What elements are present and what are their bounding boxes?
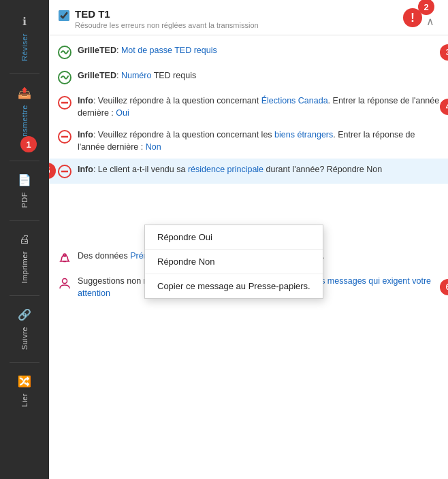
green-circle-icon-1 bbox=[57, 45, 72, 60]
imprimer-icon: 🖨 bbox=[19, 233, 30, 246]
red-minus-icon-3 bbox=[57, 95, 72, 110]
non-response: Non bbox=[146, 142, 161, 152]
context-menu-repondre-oui[interactable]: Répondre Oui bbox=[145, 225, 323, 250]
message-text-5: Info: Le client a-t-il vendu sa résidenc… bbox=[78, 163, 440, 176]
sidebar: ℹ Réviser 📤 Transmettre 📄 PDF 🖨 Imprimer… bbox=[0, 0, 49, 479]
message-text-1: GrilleTED: Mot de passe TED requis bbox=[78, 44, 440, 56]
header-title-block: TED T1 Résoudre les erreurs non réglées … bbox=[75, 8, 398, 29]
context-menu-repondre-non[interactable]: Répondre Non bbox=[145, 250, 323, 274]
colon-2: : bbox=[116, 71, 121, 80]
sidebar-item-suivre[interactable]: 🔗 Suivre bbox=[0, 299, 49, 359]
collapse-button[interactable]: ∧ bbox=[422, 14, 438, 29]
pdf-label: PDF bbox=[20, 192, 29, 208]
grille-label-2: GrilleTED bbox=[78, 71, 116, 80]
transmettre-icon: 📤 bbox=[18, 86, 31, 99]
imprimer-label: Imprimer bbox=[20, 251, 29, 283]
context-menu-copier[interactable]: Copier ce message au Presse-papiers. bbox=[145, 274, 323, 298]
green-circle-icon-2 bbox=[57, 70, 72, 85]
info-label-3: Info bbox=[78, 96, 93, 105]
info-label-5: Info bbox=[78, 165, 93, 174]
reviser-icon: ℹ bbox=[22, 15, 27, 28]
divider-4 bbox=[10, 295, 39, 296]
main-panel: TED T1 Résoudre les erreurs non réglées … bbox=[49, 0, 448, 479]
sidebar-item-lier[interactable]: 🔀 Lier bbox=[0, 365, 49, 416]
message-item-5: 5 Info: Le client a-t-il vendu sa réside… bbox=[49, 159, 448, 184]
reviser-label: Réviser bbox=[20, 33, 29, 61]
message-list: 3 GrilleTED: Mot de passe TED requis Gr bbox=[49, 35, 448, 479]
red-minus-icon-4 bbox=[57, 129, 72, 144]
suivre-label: Suivre bbox=[20, 327, 29, 350]
message-text-4: Info: Veuillez répondre à la question co… bbox=[78, 129, 440, 153]
info-label-4: Info bbox=[78, 130, 93, 139]
badge-area: ! 2 bbox=[398, 8, 422, 27]
message-item-4: Info: Veuillez répondre à la question co… bbox=[49, 124, 448, 158]
elections-canada: Élections Canada bbox=[261, 96, 328, 105]
suivre-icon: 🔗 bbox=[18, 308, 31, 321]
residence-principale: résidence principale bbox=[188, 165, 263, 174]
message-item-1: 3 GrilleTED: Mot de passe TED requis bbox=[49, 39, 448, 65]
user-icon-7 bbox=[57, 276, 72, 291]
annotation-badge-2: 2 bbox=[418, 0, 434, 15]
context-menu: Répondre Oui Répondre Non Copier ce mess… bbox=[144, 225, 323, 299]
sidebar-item-imprimer[interactable]: 🖨 Imprimer bbox=[0, 224, 49, 293]
oui-response: Oui bbox=[116, 108, 129, 118]
svg-point-10 bbox=[63, 278, 67, 283]
annotation-badge-1: 1 bbox=[20, 136, 37, 152]
message-item-3: 4 Info: Veuillez répondre à la question … bbox=[49, 90, 448, 124]
header-title: TED T1 bbox=[75, 8, 398, 20]
red-minus-icon-5 bbox=[57, 164, 72, 179]
divider-1 bbox=[10, 73, 39, 74]
msg-blue-numéro: Numéro bbox=[121, 71, 151, 80]
ted-requis: TED requis bbox=[151, 71, 196, 80]
message-text-2: GrilleTED: Numéro TED requis bbox=[78, 69, 440, 82]
grille-label-1: GrilleTED bbox=[78, 46, 116, 55]
annotation-badge-6: 6 bbox=[440, 279, 448, 295]
sidebar-item-pdf[interactable]: 📄 PDF bbox=[0, 164, 49, 218]
divider-3 bbox=[10, 220, 39, 221]
lier-label: Lier bbox=[20, 393, 29, 407]
lier-icon: 🔀 bbox=[18, 375, 31, 388]
annotation-badge-5: 5 bbox=[49, 163, 56, 179]
sidebar-item-reviser[interactable]: ℹ Réviser bbox=[0, 5, 49, 71]
annotation-badge-3: 3 bbox=[440, 44, 448, 61]
message-text-3: Info: Veuillez répondre à la question co… bbox=[78, 95, 440, 119]
msg-blue-1: Mot de passe TED requis bbox=[121, 46, 217, 55]
pdf-icon: 📄 bbox=[18, 174, 31, 186]
divider-5 bbox=[10, 362, 39, 363]
annotation-badge-4: 4 bbox=[440, 99, 448, 115]
ted-checkbox[interactable] bbox=[59, 10, 69, 21]
header-subtitle: Résoudre les erreurs non réglées avant l… bbox=[75, 21, 398, 29]
message-item-2: GrilleTED: Numéro TED requis bbox=[49, 65, 448, 90]
colon-1: : bbox=[116, 46, 121, 55]
header: TED T1 Résoudre les erreurs non réglées … bbox=[49, 0, 448, 35]
divider-2 bbox=[10, 161, 39, 161]
biens-etrangers: biens étrangers bbox=[274, 130, 333, 139]
bell-icon-6 bbox=[57, 250, 72, 265]
